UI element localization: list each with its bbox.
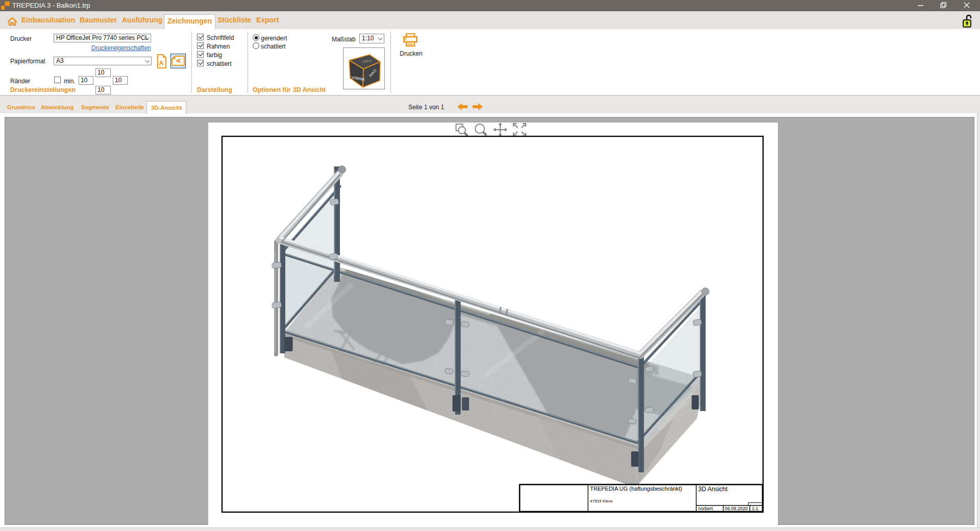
svg-text:TREPEDIA UG (haftungsbeschränk: TREPEDIA UG (haftungsbeschränkt) bbox=[590, 486, 682, 492]
svg-text:06.08.2020: 06.08.2020 bbox=[725, 506, 748, 511]
svg-text:norbert: norbert bbox=[698, 506, 713, 511]
svg-text:3D Ansicht: 3D Ansicht bbox=[698, 486, 728, 493]
svg-text:47533 Kleve: 47533 Kleve bbox=[590, 499, 613, 503]
svg-text:1:1: 1:1 bbox=[752, 506, 758, 511]
svg-text:A: A bbox=[175, 58, 182, 63]
svg-text:A: A bbox=[159, 59, 164, 67]
